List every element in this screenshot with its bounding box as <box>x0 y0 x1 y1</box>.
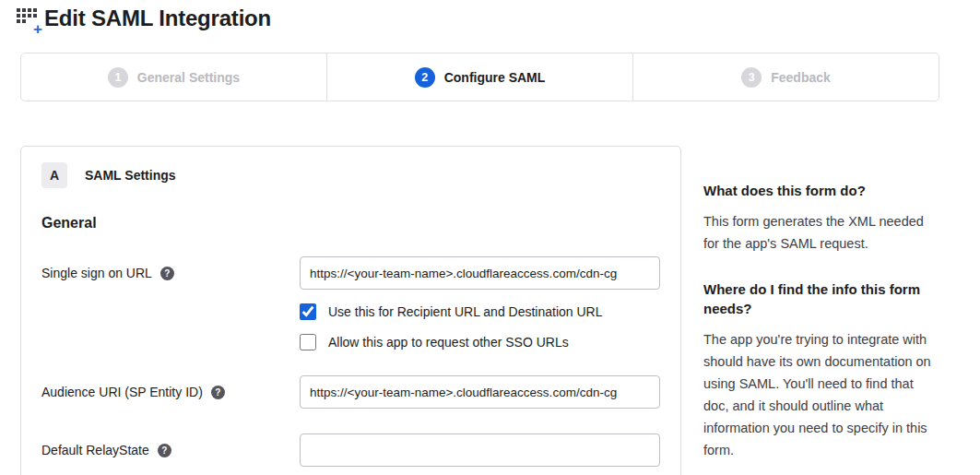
step-label: Feedback <box>771 70 831 85</box>
recipient-url-checkbox[interactable] <box>300 303 316 320</box>
panel-title: SAML Settings <box>85 168 176 183</box>
sso-url-label: Single sign on URL <box>41 266 152 280</box>
plus-glyph: + <box>33 21 42 37</box>
panel-header: A SAML Settings <box>41 162 660 188</box>
help-body: This form generates the XML needed for t… <box>703 210 937 255</box>
step-label: General Settings <box>137 70 240 85</box>
other-sso-urls-checkbox-label: Allow this app to request other SSO URLs <box>328 335 569 350</box>
sso-url-label-wrap: Single sign on URL ? <box>41 256 300 350</box>
help-section-where: Where do I find the info this form needs… <box>703 279 937 461</box>
sso-url-controls: Use this for Recipient URL and Destinati… <box>300 256 660 350</box>
wizard-stepper: 1 General Settings 2 Configure SAML 3 Fe… <box>20 53 939 101</box>
sso-url-input[interactable] <box>300 256 660 290</box>
relay-state-input[interactable] <box>300 433 660 467</box>
page-title: Edit SAML Integration <box>44 6 271 31</box>
section-a-badge: A <box>41 162 67 188</box>
relay-state-controls: If no value is set, a blank RelayState i… <box>300 433 660 475</box>
help-heading: Where do I find the info this form needs… <box>703 279 937 318</box>
help-icon[interactable]: ? <box>160 267 174 280</box>
step-number-badge: 3 <box>741 67 762 88</box>
recipient-url-checkbox-label: Use this for Recipient URL and Destinati… <box>328 304 603 319</box>
recipient-url-checkbox-row[interactable]: Use this for Recipient URL and Destinati… <box>300 303 660 320</box>
relay-state-row: Default RelayState ? If no value is set,… <box>41 433 660 475</box>
help-sidebar: What does this form do? This form genera… <box>703 181 937 461</box>
help-section-what: What does this form do? This form genera… <box>703 181 937 255</box>
help-body: The app you're trying to integrate with … <box>703 328 937 461</box>
sso-url-row: Single sign on URL ? Use this for Recipi… <box>41 256 660 350</box>
step-general-settings[interactable]: 1 General Settings <box>21 53 326 101</box>
relay-state-label: Default RelayState <box>41 443 149 457</box>
saml-settings-panel: A SAML Settings General Single sign on U… <box>20 146 681 475</box>
general-section-heading: General <box>41 215 660 232</box>
other-sso-urls-checkbox[interactable] <box>300 334 316 350</box>
audience-uri-label: Audience URI (SP Entity ID) <box>41 385 203 399</box>
audience-uri-label-wrap: Audience URI (SP Entity ID) ? <box>41 375 300 409</box>
help-heading: What does this form do? <box>703 181 937 200</box>
audience-uri-controls <box>300 375 660 409</box>
help-icon[interactable]: ? <box>211 386 225 399</box>
other-sso-urls-checkbox-row[interactable]: Allow this app to request other SSO URLs <box>300 334 660 350</box>
step-label: Configure SAML <box>444 70 546 85</box>
audience-uri-input[interactable] <box>300 375 660 409</box>
step-number-badge: 1 <box>108 67 128 88</box>
step-number-badge: 2 <box>415 67 435 88</box>
step-configure-saml[interactable]: 2 Configure SAML <box>326 53 632 101</box>
app-grid-plus-icon: + <box>17 8 40 29</box>
help-icon[interactable]: ? <box>158 444 171 457</box>
relay-state-label-wrap: Default RelayState ? <box>41 433 300 475</box>
page-header: + Edit SAML Integration <box>17 6 271 31</box>
audience-uri-row: Audience URI (SP Entity ID) ? <box>41 375 660 409</box>
step-feedback[interactable]: 3 Feedback <box>632 53 939 101</box>
